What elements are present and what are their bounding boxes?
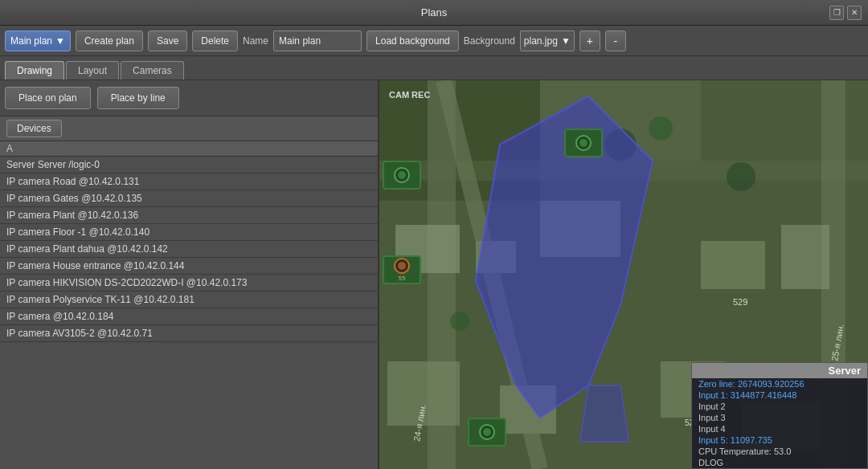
- info-panel: Server Zero line: 2674093.920256Input 1:…: [691, 362, 868, 469]
- place-by-line-button[interactable]: Place by line: [97, 87, 179, 109]
- device-item[interactable]: IP camera @10.42.0.184: [0, 308, 378, 325]
- svg-rect-10: [701, 241, 765, 289]
- plan-select-arrow: ▼: [55, 35, 65, 47]
- tab-drawing[interactable]: Drawing: [5, 61, 64, 80]
- action-bar: Place on plan Place by line: [0, 80, 378, 116]
- map-area[interactable]: 24-я лин. 25-я лин. 529 527 CAM REC: [379, 80, 868, 469]
- camera-lens-inner-3: [398, 262, 406, 270]
- camera-lens-1: [394, 167, 410, 183]
- camera-lens-3: [394, 258, 410, 274]
- device-group-a: A: [0, 141, 378, 157]
- device-item[interactable]: IP camera AV3105-2 @10.42.0.71: [0, 325, 378, 342]
- device-item[interactable]: IP camera Floor -1 @10.42.0.140: [0, 224, 378, 241]
- svg-point-18: [649, 116, 673, 141]
- load-background-button[interactable]: Load background: [366, 31, 459, 51]
- info-row: Input 5: 11097.735: [692, 434, 867, 446]
- info-row: DLOG: [692, 457, 867, 468]
- camera-lens-2: [575, 135, 592, 151]
- tab-cameras[interactable]: Cameras: [121, 61, 184, 80]
- camera-icon-3[interactable]: 55: [383, 255, 421, 284]
- bg-select-arrow: ▼: [561, 35, 571, 47]
- tab-layout[interactable]: Layout: [66, 61, 119, 80]
- info-row: Input 4: [692, 423, 867, 434]
- background-select[interactable]: plan.jpg ▼: [520, 31, 575, 51]
- devices-header: Devices: [0, 116, 378, 141]
- info-row: Input 3: [692, 412, 867, 423]
- zoom-in-button[interactable]: +: [579, 31, 600, 51]
- info-row: Zero line: 2674093.920256: [692, 378, 867, 389]
- close-button[interactable]: ✕: [847, 6, 862, 20]
- svg-marker-22: [580, 385, 628, 442]
- restore-button[interactable]: ❐: [829, 6, 844, 20]
- left-panel: Place on plan Place by line Devices A Se…: [0, 80, 379, 469]
- camera-icon-2[interactable]: [564, 128, 603, 157]
- cam-rec-label: CAM REC: [389, 90, 430, 100]
- plan-select[interactable]: Main plan ▼: [5, 31, 71, 51]
- info-row: Input 1: 3144877.416448: [692, 389, 867, 401]
- camera-lens-4: [479, 424, 495, 440]
- background-label: Background: [464, 35, 515, 47]
- camera-lens-inner-4: [483, 428, 491, 436]
- window-controls: ❐ ✕: [829, 6, 862, 20]
- save-button[interactable]: Save: [148, 31, 187, 51]
- info-row: Input 2: [692, 401, 867, 412]
- name-label: Name: [243, 35, 268, 47]
- device-item[interactable]: Server Server /logic-0: [0, 157, 378, 173]
- tab-bar: Drawing Layout Cameras: [0, 56, 868, 80]
- create-plan-button[interactable]: Create plan: [76, 31, 143, 51]
- svg-text:529: 529: [733, 297, 747, 307]
- camera-icon-1[interactable]: [383, 161, 421, 190]
- svg-point-19: [727, 162, 755, 191]
- zoom-out-button[interactable]: -: [605, 31, 626, 51]
- device-item[interactable]: IP camera Plant @10.42.0.136: [0, 207, 378, 224]
- app-title: Plans: [421, 6, 448, 18]
- device-item[interactable]: IP camera House entrance @10.42.0.144: [0, 258, 378, 275]
- device-item[interactable]: IP camera Plant dahua @10.42.0.142: [0, 241, 378, 258]
- camera-lens-inner-2: [579, 139, 588, 147]
- info-row: CPU Temperature: 53.0: [692, 446, 867, 457]
- device-item[interactable]: IP camera Polyservice TK-11 @10.42.0.181: [0, 292, 378, 308]
- info-panel-title: Server: [692, 363, 867, 378]
- name-input[interactable]: [273, 31, 362, 51]
- delete-button[interactable]: Delete: [192, 31, 238, 51]
- device-list: A Server Server /logic-0IP camera Road @…: [0, 141, 378, 469]
- device-item[interactable]: IP camera Gates @10.42.0.135: [0, 190, 378, 207]
- toolbar: Main plan ▼ Create plan Save Delete Name…: [0, 26, 868, 56]
- bg-select-value: plan.jpg: [524, 35, 558, 47]
- devices-button[interactable]: Devices: [6, 120, 62, 137]
- device-item[interactable]: IP camera Road @10.42.0.131: [0, 173, 378, 190]
- main-content: Place on plan Place by line Devices A Se…: [0, 80, 868, 469]
- svg-rect-11: [781, 225, 829, 289]
- place-on-plan-button[interactable]: Place on plan: [5, 87, 91, 109]
- svg-point-20: [450, 312, 469, 331]
- camera-label-3: 55: [399, 275, 406, 282]
- plan-select-value: Main plan: [10, 35, 52, 47]
- info-rows: Zero line: 2674093.920256Input 1: 314487…: [692, 378, 867, 468]
- device-item[interactable]: IP camera HIKVISION DS-2CD2022WD-I @10.4…: [0, 275, 378, 292]
- title-bar: Plans ❐ ✕: [0, 0, 868, 26]
- camera-icon-4[interactable]: [468, 418, 506, 447]
- camera-lens-inner-1: [398, 171, 406, 179]
